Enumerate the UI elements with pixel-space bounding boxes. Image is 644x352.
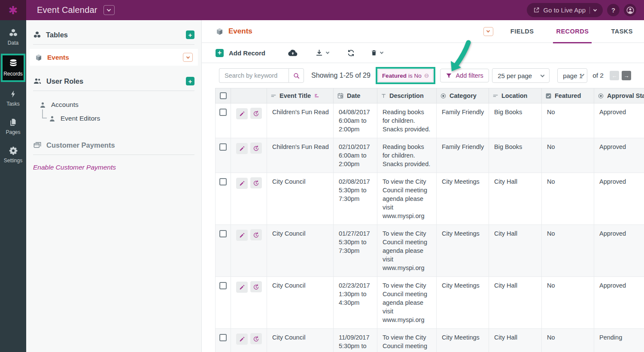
cubes-icon [9, 28, 18, 38]
knack-builder-app: ✱ Event Calendar Go to Live App ? Data R… [0, 0, 644, 352]
record-history-button[interactable] [250, 229, 262, 240]
object-name: Events [228, 27, 252, 36]
payments-section-header: Customer Payments [33, 141, 194, 149]
edit-record-button[interactable] [236, 178, 248, 189]
divider [33, 155, 194, 155]
col-featured[interactable]: Featured [542, 88, 594, 103]
cell-date: 02/23/2017 1:30pm to 4:30pm [334, 277, 377, 329]
app-logo[interactable]: ✱ [0, 0, 26, 20]
sidebar-item-event-editors[interactable]: Event Editors [33, 112, 194, 125]
cubes-icon [33, 31, 41, 39]
table-row: City Council01/27/2017 5:30pm to 7:30pmT… [216, 225, 644, 277]
page-select[interactable]: page 1 [557, 68, 587, 83]
refresh-records-button[interactable] [347, 49, 355, 57]
record-history-button[interactable] [250, 281, 262, 292]
cell-featured: No [542, 138, 594, 173]
delete-records-button[interactable] [371, 49, 383, 57]
row-checkbox[interactable] [219, 230, 227, 237]
cell-category: City Meetings [437, 225, 489, 277]
search-button[interactable] [289, 68, 304, 83]
col-event-title[interactable]: Event Title [267, 88, 334, 103]
rail-item-settings[interactable]: Settings [0, 142, 26, 168]
records-table: Event Title Date Description Category [215, 88, 644, 352]
trash-icon [371, 49, 377, 57]
col-approval-status[interactable]: Approval Sta [594, 88, 644, 103]
records-toolbar: + Add Record [202, 43, 644, 63]
col-category[interactable]: Category [437, 88, 489, 103]
sidebar-item-accounts[interactable]: Accounts [33, 98, 194, 112]
rail-item-data[interactable]: Data [0, 24, 26, 50]
row-checkbox[interactable] [219, 178, 227, 185]
edit-record-button[interactable] [236, 334, 248, 345]
next-page-button[interactable]: → [622, 71, 631, 80]
add-table-button[interactable]: + [186, 30, 194, 39]
add-record-button[interactable]: + Add Record [216, 49, 265, 57]
nav-rail: Data Records Tasks Pages Settings [0, 20, 26, 352]
import-records-button[interactable] [288, 49, 298, 58]
record-history-button[interactable] [250, 143, 262, 154]
search-input[interactable] [219, 68, 289, 83]
row-checkbox[interactable] [219, 334, 227, 341]
edit-record-button[interactable] [236, 230, 248, 241]
tab-fields[interactable]: FIELDS [499, 20, 545, 43]
row-checkbox[interactable] [219, 282, 227, 289]
tab-tasks[interactable]: TASKS [600, 20, 644, 43]
divider [33, 44, 194, 45]
table-body: Children's Fun Read04/08/2017 6:00am to … [216, 103, 644, 352]
col-description[interactable]: Description [377, 88, 437, 103]
help-button[interactable]: ? [607, 4, 620, 16]
add-filters-button[interactable]: Add filters [440, 69, 489, 82]
cell-description: To view the City Council meeting agenda … [377, 225, 437, 277]
rail-item-pages[interactable]: Pages [0, 114, 26, 140]
database-icon [8, 58, 18, 69]
object-header-dropdown-button[interactable] [483, 27, 493, 36]
cell-featured: No [542, 103, 594, 138]
table-header-row: Event Title Date Description Category [216, 88, 644, 103]
export-records-button[interactable] [315, 49, 329, 57]
row-checkbox[interactable] [219, 109, 227, 116]
app-title-dropdown-button[interactable] [103, 5, 115, 15]
person-icon [49, 115, 56, 122]
tables-section-title: Tables [46, 31, 68, 39]
record-history-button[interactable] [250, 177, 262, 188]
sidebar-item-events[interactable]: Events [30, 49, 198, 66]
edit-record-button[interactable] [236, 108, 248, 119]
rail-item-tasks[interactable]: Tasks [0, 85, 26, 111]
remove-filter-icon[interactable]: ⊖ [424, 72, 429, 79]
add-user-role-button[interactable]: + [186, 77, 194, 85]
per-page-select[interactable]: 25 per page [492, 68, 550, 83]
table-row: City Council11/09/2017 5:30pm to 7:30pmT… [216, 329, 644, 352]
payments-section-title: Customer Payments [46, 141, 115, 149]
rail-item-records[interactable]: Records [1, 54, 25, 82]
divider [33, 91, 194, 91]
col-location[interactable]: Location [489, 88, 542, 103]
record-history-button[interactable] [250, 108, 262, 119]
cell-description: To view the City Council meeting agenda … [377, 173, 437, 225]
multiple-choice-icon [598, 93, 604, 99]
tables-section-header: Tables + [33, 30, 194, 39]
rail-label-pages: Pages [6, 129, 20, 135]
cell-event-title: City Council [267, 329, 334, 352]
edit-record-button[interactable] [236, 143, 248, 154]
topbar-right: Go to Live App ? [527, 3, 644, 17]
table-row: City Council02/23/2017 1:30pm to 4:30pmT… [216, 277, 644, 329]
chevron-down-icon [326, 50, 329, 54]
select-all-checkbox[interactable] [220, 92, 227, 99]
live-app-dropdown-icon[interactable] [593, 8, 597, 11]
enable-customer-payments-link[interactable]: Enable Customer Payments [33, 164, 116, 171]
events-table-dropdown-button[interactable] [183, 53, 193, 62]
col-date[interactable]: Date [334, 88, 377, 103]
account-button[interactable] [624, 4, 636, 16]
go-to-live-app-button[interactable]: Go to Live App [527, 3, 603, 17]
active-filter-chip[interactable]: Featured is No ⊖ [378, 69, 434, 82]
multiple-choice-icon [440, 93, 447, 99]
edit-record-button[interactable] [236, 282, 248, 293]
prev-page-button[interactable]: ← [610, 71, 619, 80]
cell-event-title: City Council [267, 173, 334, 225]
edit-pencil-icon [239, 284, 245, 290]
row-checkbox[interactable] [219, 143, 227, 151]
tab-records[interactable]: RECORDS [545, 20, 600, 43]
user-roles-section-title: User Roles [46, 77, 83, 85]
cell-event-title: Children's Fun Read [267, 103, 334, 138]
record-history-button[interactable] [250, 333, 262, 344]
